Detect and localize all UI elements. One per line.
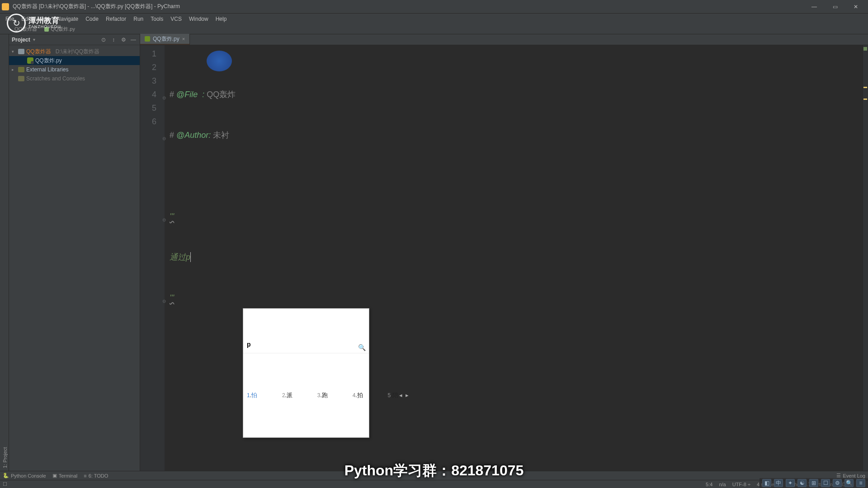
project-panel: Project ▾ ⊙ ↕ ⚙ — ▾ QQ轰炸器 D:\未衬\QQ轰炸器 QQ… [9, 34, 140, 471]
text-caret [190, 252, 191, 262]
status-encoding[interactable]: UTF-8 ÷ [732, 482, 750, 487]
fold-marker-icon[interactable]: ⊖ [162, 91, 166, 105]
tray-ime-icon[interactable]: 中 [774, 479, 783, 487]
ime-input[interactable]: p [247, 338, 358, 351]
tanzhou-logo: ↻ 潭州教育 TANZHOUEDU [7, 14, 61, 33]
ime-candidate[interactable]: 3.跑 [317, 389, 328, 402]
tray-icon[interactable]: ☯ [797, 479, 807, 487]
warning-marker[interactable] [863, 99, 867, 100]
fold-marker-icon[interactable]: ⊖ [162, 295, 166, 308]
project-tree: ▾ QQ轰炸器 D:\未衬\QQ轰炸器 QQ轰炸.py ▸ External L… [9, 45, 140, 85]
os-taskbar-tray: ◧ 中 ✦ ☯ ⊞ ☐ ⚙ 🔍 ≡ [760, 478, 868, 488]
python-file-icon [145, 36, 150, 42]
python-file-icon [27, 57, 33, 64]
line-gutter: 1 2 3 4 5 6 [140, 45, 165, 471]
logo-text: 潭州教育 TANZHOUEDU [28, 17, 61, 30]
analysis-ok-marker [863, 47, 867, 51]
editor-tabs: QQ轰炸.py × [140, 34, 868, 45]
collapse-arrow-icon[interactable]: ▾ [12, 49, 16, 54]
project-panel-header: Project ▾ ⊙ ↕ ⚙ — [9, 34, 140, 45]
status-caret-pos[interactable]: 5:4 [706, 482, 712, 487]
left-tool-stripe: 1: Project 2: Favorites 7: Structure [0, 34, 9, 471]
ime-candidate[interactable]: 2.派 [282, 389, 292, 402]
tab-python-console[interactable]: 🐍Python Console [3, 473, 46, 479]
main-area: 1: Project 2: Favorites 7: Structure Pro… [0, 34, 868, 471]
window-titlebar: QQ轰炸器 [D:\未衬\QQ轰炸器] - ...\QQ轰炸.py [QQ轰炸器… [0, 0, 868, 14]
ime-candidates: 1.怕 2.派 3.跑 4.拍 5.陪 ◂ ▸ [243, 380, 369, 410]
close-button[interactable]: ✕ [845, 0, 866, 14]
editor-area: QQ轰炸.py × 1 2 3 4 5 6 ⊖# @File : QQ轰炸 ⊖#… [140, 34, 868, 471]
menu-bar: File Edit View Navigate Code Refactor Ru… [0, 14, 868, 24]
tray-icon[interactable]: ✦ [786, 479, 795, 487]
overlay-caption: Python学习群：821871075 [344, 461, 524, 481]
hide-icon[interactable]: — [130, 36, 137, 43]
tab-terminal[interactable]: ▣Terminal [52, 473, 78, 479]
window-title: QQ轰炸器 [D:\未衬\QQ轰炸器] - ...\QQ轰炸.py [QQ轰炸器… [13, 3, 804, 10]
tree-scratches[interactable]: Scratches and Consoles [9, 74, 140, 83]
status-hint-icon[interactable]: ☐ [3, 481, 7, 487]
status-bar: ☐ 5:4 n/a UTF-8 ÷ 4 spaces ÷ Python 3.7 … [0, 480, 868, 488]
fold-marker-icon[interactable]: ⊖ [162, 132, 166, 145]
chevron-down-icon[interactable]: ▾ [33, 37, 35, 42]
ime-search-icon[interactable]: 🔍 [358, 341, 365, 348]
library-icon [18, 67, 24, 72]
ime-candidate[interactable]: 4.拍 [353, 389, 363, 402]
ime-popup[interactable]: p 🔍 1.怕 2.派 3.跑 4.拍 5.陪 ◂ ▸ [243, 308, 369, 438]
menu-help[interactable]: Help [212, 15, 231, 23]
warning-marker[interactable] [863, 87, 867, 88]
scratches-icon [18, 76, 24, 81]
menu-tools[interactable]: Tools [147, 15, 167, 23]
pycharm-icon [2, 3, 9, 10]
tree-root[interactable]: ▾ QQ轰炸器 D:\未衬\QQ轰炸器 [9, 47, 140, 56]
tab-todo[interactable]: ≡6: TODO [84, 473, 108, 479]
terminal-icon: ▣ [52, 473, 57, 479]
todo-icon: ≡ [84, 473, 86, 479]
tray-icon[interactable]: ◧ [762, 479, 771, 487]
tray-icon[interactable]: 🔍 [844, 479, 854, 487]
error-stripe[interactable] [863, 45, 868, 471]
ime-candidate[interactable]: 1.怕 [247, 389, 257, 402]
menu-vcs[interactable]: VCS [167, 15, 185, 23]
tray-icon[interactable]: ☐ [821, 479, 830, 487]
ime-page-nav[interactable]: ◂ ▸ [399, 389, 410, 402]
menu-window[interactable]: Window [185, 15, 212, 23]
editor-tab[interactable]: QQ轰炸.py × [140, 34, 190, 45]
tool-project[interactable]: 1: Project [1, 35, 9, 471]
tool-favorites[interactable]: 2: Favorites [0, 35, 1, 471]
code-editor[interactable]: 1 2 3 4 5 6 ⊖# @File : QQ轰炸 ⊖# @Author: … [140, 45, 868, 471]
cursor-spotlight [207, 51, 232, 71]
fold-marker-icon[interactable]: ⊖ [162, 213, 166, 227]
code-content[interactable]: ⊖# @File : QQ轰炸 ⊖# @Author: 未衬 ⊖''' 通过p … [165, 45, 863, 471]
tray-icon[interactable]: ≡ [856, 479, 865, 487]
tray-icon[interactable]: ⚙ [833, 479, 842, 487]
tree-file[interactable]: QQ轰炸.py [9, 56, 140, 65]
expand-icon[interactable]: ↕ [110, 36, 117, 43]
nav-breadcrumb: QQ轰炸器 QQ轰炸.py [0, 24, 868, 34]
folder-icon [18, 49, 24, 54]
project-panel-title: Project [12, 37, 30, 43]
ime-candidate[interactable]: 5.陪 [388, 389, 398, 402]
menu-run[interactable]: Run [130, 15, 147, 23]
tray-icon[interactable]: ⊞ [809, 479, 818, 487]
expand-arrow-icon[interactable]: ▸ [12, 67, 16, 72]
python-console-icon: 🐍 [3, 473, 9, 479]
menu-code[interactable]: Code [82, 15, 102, 23]
target-icon[interactable]: ⊙ [100, 36, 107, 43]
menu-refactor[interactable]: Refactor [102, 15, 130, 23]
window-controls: — ▭ ✕ [804, 0, 866, 14]
maximize-button[interactable]: ▭ [825, 0, 845, 14]
gear-icon[interactable]: ⚙ [120, 36, 127, 43]
tree-external-libraries[interactable]: ▸ External Libraries [9, 65, 140, 74]
logo-circle-icon: ↻ [7, 14, 26, 33]
status-na: n/a [719, 482, 726, 487]
close-tab-icon[interactable]: × [182, 36, 185, 42]
minimize-button[interactable]: — [804, 0, 825, 14]
